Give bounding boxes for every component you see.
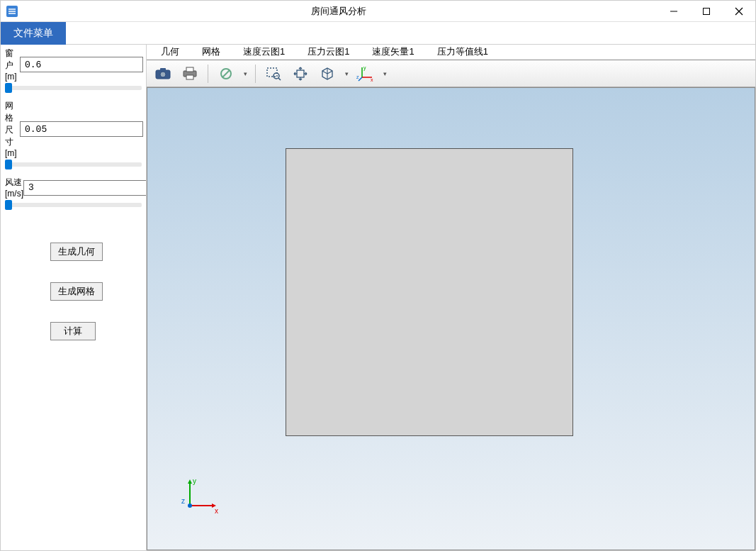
disable-icon[interactable] — [214, 63, 238, 84]
dropdown-arrow-icon[interactable]: ▾ — [342, 70, 351, 77]
body: 窗户[m] 网格尺寸[m] 风速[m/s] 生成几何 生成网格 计算 — [1, 45, 755, 550]
rotate-3d-icon[interactable] — [315, 63, 339, 84]
slider-thumb[interactable] — [5, 200, 12, 210]
mesh-slider[interactable] — [5, 162, 142, 167]
slider-thumb[interactable] — [5, 83, 12, 93]
dropdown-arrow-icon[interactable]: ▾ — [241, 70, 249, 77]
pan-icon[interactable] — [288, 63, 312, 84]
svg-point-27 — [188, 503, 192, 508]
mesh-label: 网格尺寸[m] — [4, 100, 20, 158]
close-button[interactable] — [723, 1, 755, 22]
system-buttons — [658, 1, 755, 22]
svg-rect-13 — [267, 68, 277, 77]
svg-line-15 — [278, 78, 281, 80]
titlebar: 房间通风分析 — [1, 1, 755, 22]
mesh-input[interactable] — [20, 121, 143, 137]
action-buttons: 生成几何 生成网格 计算 — [1, 243, 146, 362]
tab-pressure-contour[interactable]: 压力云图1 — [300, 44, 356, 60]
print-icon[interactable] — [178, 63, 202, 84]
zoom-region-icon[interactable] — [261, 63, 286, 84]
wind-input[interactable] — [23, 180, 147, 196]
geometry-box — [286, 148, 573, 436]
axis-x-label: x — [215, 507, 218, 515]
svg-point-7 — [160, 72, 166, 77]
param-wind: 风速[m/s] — [1, 175, 146, 200]
app-window: 房间通风分析 文件菜单 窗户[m] 网格尺寸[m] 风速[m/s] — [0, 0, 756, 551]
tab-geometry[interactable]: 几何 — [154, 44, 186, 60]
menu-bar: 文件菜单 — [1, 22, 755, 45]
maximize-button[interactable] — [690, 1, 723, 22]
svg-rect-6 — [160, 68, 166, 71]
svg-rect-16 — [297, 70, 304, 77]
toolbar: ▾ ▾ y x z ▾ — [147, 60, 755, 87]
tab-velocity-vector[interactable]: 速度矢量1 — [365, 44, 421, 60]
compute-button[interactable]: 计算 — [50, 322, 96, 340]
svg-text:x: x — [371, 77, 373, 82]
window-title: 房间通风分析 — [19, 5, 658, 18]
sidebar: 窗户[m] 网格尺寸[m] 风速[m/s] 生成几何 生成网格 计算 — [1, 45, 146, 550]
svg-point-14 — [273, 73, 279, 79]
svg-line-12 — [222, 70, 230, 77]
tab-velocity-contour[interactable]: 速度云图1 — [236, 44, 292, 60]
param-mesh: 网格尺寸[m] — [1, 99, 146, 160]
slider-thumb[interactable] — [5, 160, 12, 169]
tab-bar: 几何 网格 速度云图1 压力云图1 速度矢量1 压力等值线1 — [147, 45, 755, 60]
wind-label: 风速[m/s] — [4, 177, 23, 199]
minimize-button[interactable] — [658, 1, 690, 22]
file-menu-button[interactable]: 文件菜单 — [1, 22, 66, 45]
axis-z-label: z — [181, 497, 185, 505]
camera-icon[interactable] — [151, 63, 175, 84]
svg-marker-24 — [188, 479, 192, 484]
param-window: 窗户[m] — [1, 46, 146, 83]
axis-orientation-icon[interactable]: y x z — [354, 63, 378, 84]
axis-triad: y x z — [179, 474, 222, 518]
axis-y-label: y — [193, 477, 196, 485]
wind-slider[interactable] — [5, 203, 142, 207]
svg-rect-9 — [186, 67, 193, 72]
generate-geometry-button[interactable]: 生成几何 — [50, 243, 103, 261]
window-label: 窗户[m] — [4, 48, 20, 82]
viewport-3d[interactable]: y x z — [147, 87, 755, 550]
tab-mesh[interactable]: 网格 — [195, 44, 227, 60]
window-slider[interactable] — [5, 86, 142, 90]
separator — [208, 65, 208, 83]
generate-mesh-button[interactable]: 生成网格 — [50, 282, 103, 301]
main-panel: 几何 网格 速度云图1 压力云图1 速度矢量1 压力等值线1 ▾ ▾ — [146, 45, 755, 550]
svg-text:y: y — [363, 65, 366, 71]
tab-pressure-isoline[interactable]: 压力等值线1 — [430, 44, 495, 60]
window-input[interactable] — [20, 57, 143, 72]
separator — [255, 65, 256, 83]
dropdown-arrow-icon[interactable]: ▾ — [380, 70, 389, 77]
app-icon — [5, 4, 19, 18]
svg-line-21 — [359, 77, 362, 81]
svg-text:z: z — [356, 74, 359, 79]
svg-rect-2 — [704, 8, 710, 14]
svg-rect-10 — [186, 75, 193, 79]
